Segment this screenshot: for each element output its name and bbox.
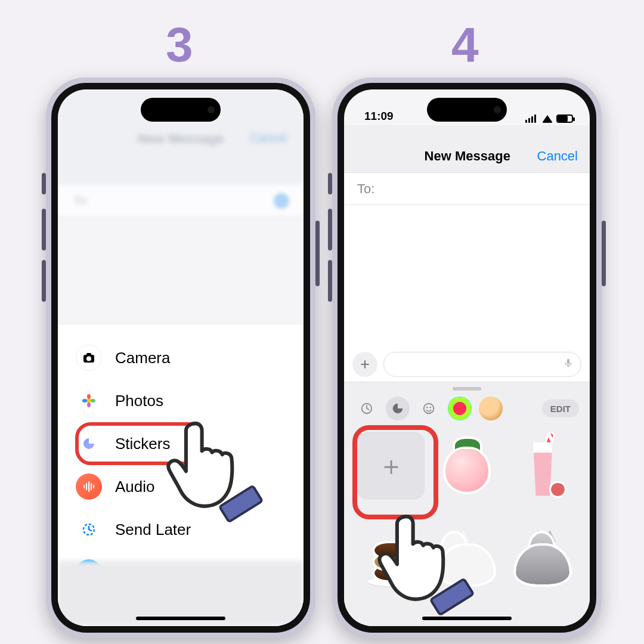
dynamic-island (141, 98, 221, 122)
tab-emoji[interactable] (417, 397, 441, 420)
dynamic-island (427, 98, 507, 122)
white-cat-sticker[interactable] (433, 525, 500, 593)
apps-button[interactable] (352, 352, 377, 377)
photos-icon (76, 388, 102, 414)
svg-point-18 (429, 407, 431, 408)
message-input-bar (344, 347, 590, 382)
status-time: 11:09 (364, 110, 394, 123)
dictation-icon[interactable] (563, 358, 574, 371)
menu-label: Send Later (115, 521, 191, 539)
svg-point-7 (82, 399, 87, 402)
menu-item-send-later[interactable]: Send Later (69, 510, 293, 549)
plus-icon: ＋ (378, 448, 404, 484)
svg-point-2 (86, 357, 91, 361)
cancel-button[interactable]: Cancel (250, 131, 287, 145)
sticker-drawer: EDIT ＋ (344, 382, 590, 626)
phone-volume-up (42, 209, 46, 250)
to-field-blurred[interactable]: To: (58, 185, 304, 217)
phone-step-4: 11:09 New Message Cancel To: (332, 78, 602, 638)
tab-recent[interactable] (355, 397, 379, 420)
wifi-icon (542, 115, 553, 123)
cellular-icon (525, 114, 538, 123)
camera-icon (76, 345, 102, 371)
audio-icon (76, 473, 102, 500)
svg-rect-8 (83, 485, 85, 488)
home-indicator[interactable] (136, 617, 225, 620)
phone-volume-down (42, 260, 46, 302)
add-sticker-button[interactable]: ＋ (357, 432, 425, 500)
to-label: To: (357, 181, 374, 197)
svg-rect-12 (93, 485, 94, 488)
phone-step-3: New Message Cancel To: Camera (46, 78, 315, 638)
svg-rect-11 (91, 483, 92, 490)
svg-point-4 (87, 394, 91, 399)
send-later-icon (76, 516, 102, 543)
screen-3: New Message Cancel To: Camera (58, 89, 304, 626)
stickers-icon (76, 431, 102, 457)
edit-button[interactable]: EDIT (542, 400, 579, 417)
svg-rect-10 (88, 481, 89, 492)
donuts-sticker[interactable] (357, 525, 425, 593)
svg-rect-14 (567, 359, 570, 364)
svg-rect-9 (86, 483, 87, 490)
page-title: New Message (398, 148, 537, 164)
drawer-tabs: EDIT (344, 391, 590, 426)
phone-volume-up (328, 209, 332, 250)
home-indicator[interactable] (422, 617, 512, 620)
sticker-grid: ＋ (344, 426, 590, 626)
gray-cat-sticker[interactable] (509, 525, 577, 593)
to-field[interactable]: To: (344, 173, 590, 205)
tab-activity-rings[interactable] (448, 397, 472, 420)
menu-label: Photos (115, 392, 163, 410)
tab-stickers[interactable] (386, 397, 410, 420)
attachment-menu-sheet: Camera (58, 325, 304, 626)
svg-point-17 (426, 407, 428, 408)
phone-power-button (602, 221, 606, 286)
strawberry-sticker[interactable] (433, 432, 500, 500)
step-number-4: 4 (451, 20, 479, 69)
battery-icon (556, 114, 573, 123)
svg-point-5 (91, 399, 95, 402)
smoothie-sticker[interactable] (509, 432, 577, 500)
svg-point-3 (86, 398, 91, 403)
screen-4: 11:09 New Message Cancel To: (344, 89, 590, 626)
page-title: New Message (138, 131, 224, 147)
svg-rect-1 (86, 353, 91, 355)
cancel-button[interactable]: Cancel (537, 148, 578, 164)
phone-silent-switch (42, 173, 46, 194)
menu-item-stickers[interactable]: Stickers (69, 424, 293, 463)
menu-item-camera[interactable]: Camera (69, 338, 293, 377)
menu-item-audio[interactable]: Audio (69, 467, 293, 506)
step-number-3: 3 (166, 20, 193, 69)
phone-power-button (315, 221, 320, 286)
menu-item-photos[interactable]: Photos (69, 381, 293, 420)
tab-memoji[interactable] (479, 397, 503, 420)
svg-point-6 (87, 402, 91, 407)
menu-label: Camera (115, 349, 170, 367)
message-input[interactable] (383, 352, 581, 377)
add-recipient-icon[interactable] (274, 193, 289, 209)
to-label: To: (73, 194, 89, 208)
svg-point-16 (424, 404, 434, 414)
phone-volume-down (328, 260, 332, 302)
compose-header: New Message Cancel (344, 125, 590, 173)
phone-silent-switch (328, 173, 332, 194)
menu-label: Audio (115, 478, 155, 496)
menu-label: Stickers (115, 435, 170, 453)
